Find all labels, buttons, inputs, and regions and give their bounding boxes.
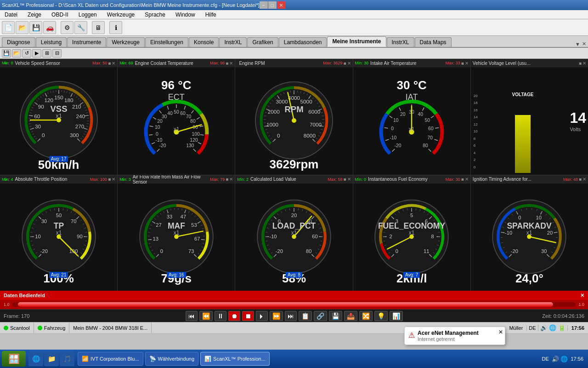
play-link[interactable]: 🔗 [314, 311, 327, 321]
daten-close[interactable]: ✕ [580, 293, 584, 299]
titlebar-controls: − □ ✕ [260, 1, 285, 9]
play-record[interactable]: ⏺ [228, 311, 240, 321]
gauge-vss-close[interactable]: ✕ [112, 61, 115, 66]
minimize-button[interactable]: − [260, 1, 268, 9]
tab-data-maps[interactable]: Data Maps [415, 37, 452, 47]
menu-loggen[interactable]: Loggen [76, 11, 100, 18]
gauge-sparkadv-minimize[interactable]: ■ [579, 177, 582, 182]
scroll-track[interactable] [12, 302, 576, 307]
menu-datei[interactable]: Datei [2, 11, 20, 18]
play-save2[interactable]: 💾 [329, 311, 342, 321]
gauge-sparkadv-close[interactable]: ✕ [582, 177, 586, 182]
save-button[interactable]: 💾 [29, 21, 42, 34]
play-rand[interactable]: 🔀 [359, 311, 373, 321]
tab-instrxl2[interactable]: InstrXL [387, 37, 414, 47]
start-button[interactable]: 🪟 [2, 351, 26, 367]
menu-werkzeuge[interactable]: Werkzeuge [104, 11, 137, 18]
sub-refresh[interactable]: ↺ [22, 49, 31, 58]
gauge-voltage-body: 20181614121086420 VOLTAGE 14 Volts [471, 67, 588, 175]
scroll-thumb[interactable] [18, 302, 554, 307]
car-button[interactable]: 🚗 [43, 21, 56, 34]
gauge-ect-close[interactable]: ✕ [229, 61, 233, 66]
tab-grafiken[interactable]: Grafiken [247, 37, 278, 47]
voltage-bar-container: VOLTAGE [479, 90, 567, 173]
play-copy[interactable]: 📋 [299, 311, 312, 321]
ie-icon[interactable]: 🌐 [28, 351, 43, 366]
sub-open[interactable]: 📂 [12, 49, 21, 58]
gauge-sparkadv-value: 24,0° [515, 271, 543, 286]
gauge-load-minimize[interactable]: ■ [344, 177, 346, 182]
play-stop[interactable]: ⏹ [242, 311, 254, 321]
play-prev[interactable]: ⏪ [199, 311, 213, 321]
tab-instrxl1[interactable]: InstrXL [219, 37, 247, 47]
tab-konsole[interactable]: Konsole [189, 37, 219, 47]
tab-close[interactable]: ✕ [582, 41, 586, 47]
close-button[interactable]: ✕ [277, 1, 285, 9]
gauge-maf-title: Air Flow Rate from Mass Air Flow Sensor [133, 175, 209, 184]
gauge-voltage-close[interactable]: ✕ [582, 61, 586, 66]
gauge-ect-title: Engine Coolant Temperature [135, 61, 209, 66]
quicklaunch: 🌐 📁 🎵 [28, 351, 74, 366]
gauge-load-canvas [237, 189, 351, 276]
settings1-button[interactable]: ⚙ [61, 21, 74, 34]
tab-instrumente[interactable]: Instrumente [67, 37, 106, 47]
menu-obd2[interactable]: OBD-II [49, 11, 71, 18]
voltage-readout: 14 Volts [567, 69, 586, 173]
open-button[interactable]: 📂 [16, 21, 28, 34]
taskbar-right: DE 🔊 🌐 17:56 [542, 356, 586, 362]
tab-werkzeuge[interactable]: Werkzeuge [107, 37, 144, 47]
maximize-button[interactable]: □ [268, 1, 277, 9]
tab-meine-instrumente[interactable]: Meine Instrumente [327, 36, 386, 47]
gauge-fuel-title: Instantaneous Fuel Economy [368, 177, 444, 182]
gauge-fuel-close[interactable]: ✕ [465, 177, 469, 182]
menu-hilfe[interactable]: Hilfe [203, 11, 219, 18]
tab-diagnose[interactable]: Diagnose [2, 37, 35, 47]
sub-save[interactable]: 💾 [2, 49, 11, 58]
gauge-tp-minimize[interactable]: ■ [108, 177, 111, 182]
voltage-bar [515, 115, 531, 173]
info-button[interactable]: ℹ [109, 21, 122, 34]
gauge-maf-close[interactable]: ✕ [229, 177, 233, 182]
play-forward[interactable]: ⏩ [270, 311, 283, 321]
menu-zeige[interactable]: Zeige [25, 11, 44, 18]
taskbar-app-ivt[interactable]: 📶 IVT Corporation Blu... [78, 352, 143, 366]
play-skip-start[interactable]: ⏮ [186, 311, 198, 321]
folder-icon[interactable]: 📁 [44, 351, 59, 366]
new-button[interactable]: 📄 [2, 21, 15, 34]
play-skip-end[interactable]: ⏭ [285, 311, 297, 321]
notif-close-button[interactable]: ✕ [498, 329, 503, 335]
tab-lambdasonden[interactable]: Lambdasonden [279, 37, 327, 47]
tab-leistung[interactable]: Leistung [36, 37, 67, 47]
gauge-rpm-close[interactable]: ✕ [347, 61, 351, 66]
gauge-iat-close[interactable]: ✕ [465, 61, 469, 66]
play-light[interactable]: 💡 [374, 311, 388, 321]
gauge-tp-close[interactable]: ✕ [112, 177, 115, 182]
tab-expand[interactable]: ▼ [575, 41, 580, 47]
screen-button[interactable]: 🖥 [92, 21, 105, 34]
gauge-maf-minimize[interactable]: ■ [226, 177, 228, 182]
taskbar-app-wahl[interactable]: 📡 Wählverbindung [145, 352, 199, 366]
media-icon[interactable]: 🎵 [60, 351, 74, 366]
gauge-iat-minimize[interactable]: ■ [461, 61, 464, 66]
sub-layout2[interactable]: ⊟ [52, 49, 62, 58]
play-export[interactable]: 📤 [344, 311, 357, 321]
settings2-button[interactable]: 🔧 [74, 21, 87, 34]
tab-einstellungen[interactable]: Einstellungen [145, 37, 188, 47]
gauge-voltage-minimize[interactable]: ■ [579, 61, 582, 66]
taskbar-app-scanxl[interactable]: 📊 ScanXL™ Profession... [200, 352, 270, 366]
sub-layout1[interactable]: ⊞ [42, 49, 51, 58]
menu-window[interactable]: Window [173, 11, 198, 18]
gauge-rpm-minimize[interactable]: ■ [344, 61, 346, 66]
play-chart[interactable]: 📊 [390, 311, 403, 321]
gauge-ect-minimize[interactable]: ■ [226, 61, 228, 66]
gauge-fuel-minimize[interactable]: ■ [461, 177, 464, 182]
sub-play[interactable]: ▶ [32, 49, 41, 58]
gauge-iat-max: Max: 33 [446, 61, 460, 65]
menu-sprache[interactable]: Sprache [142, 11, 168, 18]
gauge-iat-header: Min: 30 Intake Air Temperature Max: 33 ■… [353, 59, 470, 67]
gauge-vss-minimize[interactable]: ■ [108, 61, 111, 66]
status-car-info: Mein BMW - 2004 BMW 318I E... [69, 322, 152, 333]
gauge-load-close[interactable]: ✕ [347, 177, 351, 182]
play-play[interactable]: ⏵ [256, 311, 268, 321]
play-pause[interactable]: ⏸ [215, 311, 226, 321]
